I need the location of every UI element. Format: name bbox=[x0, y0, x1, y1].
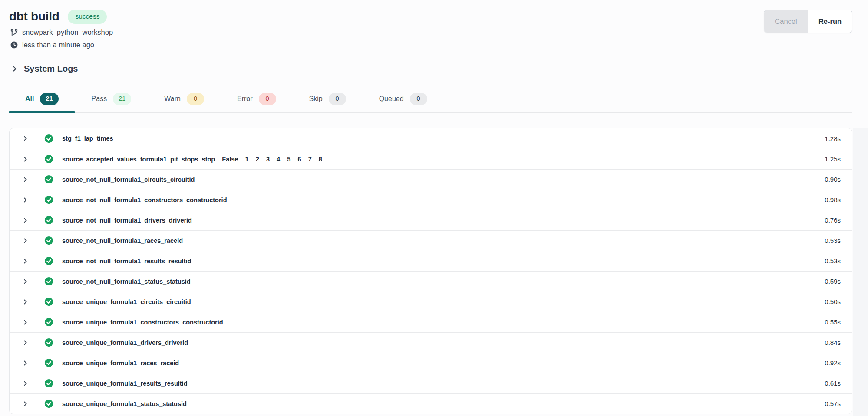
chevron-right-icon bbox=[22, 360, 29, 367]
result-name: source_not_null_formula1_circuits_circui… bbox=[62, 176, 825, 183]
chevron-right-icon bbox=[11, 65, 18, 72]
tab-all[interactable]: All 21 bbox=[9, 90, 75, 112]
result-duration: 1.25s bbox=[825, 155, 841, 163]
system-logs-toggle[interactable]: System Logs bbox=[11, 64, 78, 74]
tab-pass[interactable]: Pass 21 bbox=[75, 90, 148, 112]
tab-count-badge: 21 bbox=[40, 93, 58, 105]
chevron-right-icon bbox=[22, 176, 29, 183]
system-logs-label: System Logs bbox=[24, 64, 78, 74]
table-row[interactable]: source_not_null_formula1_status_statusid… bbox=[10, 271, 852, 292]
result-duration: 0.92s bbox=[825, 359, 841, 367]
check-circle-icon bbox=[44, 216, 53, 225]
check-circle-icon bbox=[44, 195, 53, 204]
cancel-button[interactable]: Cancel bbox=[764, 10, 808, 33]
tab-label: Warn bbox=[164, 95, 181, 103]
result-name: source_not_null_formula1_drivers_driveri… bbox=[62, 217, 825, 224]
page-title: dbt build bbox=[9, 10, 59, 23]
result-duration: 0.53s bbox=[825, 257, 841, 265]
run-header-info: dbt build success snowpark_python_worksh… bbox=[9, 10, 113, 49]
tab-count-badge: 0 bbox=[329, 93, 346, 105]
table-row[interactable]: source_not_null_formula1_drivers_driveri… bbox=[10, 210, 852, 230]
chevron-right-icon bbox=[22, 237, 29, 244]
table-row[interactable]: source_not_null_formula1_results_resulti… bbox=[10, 251, 852, 271]
results-list: stg_f1_lap_times 1.28s source_accepted_v… bbox=[9, 128, 852, 414]
table-row[interactable]: source_unique_formula1_circuits_circuiti… bbox=[10, 292, 852, 312]
check-circle-icon bbox=[44, 154, 53, 164]
check-circle-icon bbox=[44, 318, 53, 327]
git-branch-icon bbox=[10, 28, 18, 36]
run-actions: Cancel Re-run bbox=[764, 10, 852, 33]
result-duration: 0.53s bbox=[825, 237, 841, 244]
result-duration: 0.90s bbox=[825, 176, 841, 183]
chevron-right-icon bbox=[22, 156, 29, 163]
result-name: source_unique_formula1_results_resultid bbox=[62, 380, 825, 387]
check-circle-icon bbox=[44, 134, 53, 143]
table-row[interactable]: source_unique_formula1_status_statusid 0… bbox=[10, 393, 852, 414]
result-name: source_accepted_values_formula1_pit_stop… bbox=[62, 156, 825, 163]
last-run-time: less than a minute ago bbox=[22, 41, 94, 49]
result-name: source_unique_formula1_circuits_circuiti… bbox=[62, 298, 825, 305]
time-row: less than a minute ago bbox=[10, 41, 113, 49]
result-duration: 0.76s bbox=[825, 216, 841, 224]
table-row[interactable]: source_unique_formula1_races_raceid 0.92… bbox=[10, 353, 852, 373]
result-name: source_not_null_formula1_constructors_co… bbox=[62, 197, 825, 203]
tab-warn[interactable]: Warn 0 bbox=[148, 90, 221, 112]
result-name: source_unique_formula1_races_raceid bbox=[62, 360, 825, 367]
result-duration: 0.50s bbox=[825, 298, 841, 305]
tab-count-badge: 0 bbox=[187, 93, 204, 105]
table-row[interactable]: source_unique_formula1_results_resultid … bbox=[10, 373, 852, 393]
chevron-right-icon bbox=[22, 380, 29, 387]
result-name: source_not_null_formula1_status_statusid bbox=[62, 278, 825, 285]
tab-error[interactable]: Error 0 bbox=[221, 90, 293, 112]
run-detail-page: dbt build success snowpark_python_worksh… bbox=[0, 0, 868, 416]
table-row[interactable]: source_not_null_formula1_circuits_circui… bbox=[10, 169, 852, 190]
check-circle-icon bbox=[44, 399, 53, 408]
chevron-right-icon bbox=[22, 339, 29, 346]
result-duration: 0.98s bbox=[825, 196, 841, 203]
check-circle-icon bbox=[44, 379, 53, 388]
check-circle-icon bbox=[44, 256, 53, 265]
tab-count-badge: 21 bbox=[113, 93, 131, 105]
branch-name: snowpark_python_workshop bbox=[22, 28, 113, 36]
chevron-right-icon bbox=[22, 197, 29, 203]
tab-count-badge: 0 bbox=[410, 93, 427, 105]
scrollbar-track[interactable] bbox=[853, 128, 868, 416]
check-circle-icon bbox=[44, 175, 53, 184]
tab-skip[interactable]: Skip 0 bbox=[293, 90, 363, 112]
result-duration: 0.57s bbox=[825, 400, 841, 407]
result-duration: 0.55s bbox=[825, 318, 841, 326]
result-name: source_not_null_formula1_results_resulti… bbox=[62, 258, 825, 265]
result-name: source_unique_formula1_constructors_cons… bbox=[62, 319, 825, 326]
chevron-right-icon bbox=[22, 278, 29, 285]
rerun-button[interactable]: Re-run bbox=[808, 10, 852, 33]
branch-row: snowpark_python_workshop bbox=[10, 28, 113, 36]
clock-icon bbox=[10, 41, 18, 49]
tab-label: Queued bbox=[379, 95, 404, 103]
table-row[interactable]: source_unique_formula1_drivers_driverid … bbox=[10, 332, 852, 353]
table-row[interactable]: source_not_null_formula1_constructors_co… bbox=[10, 190, 852, 210]
result-duration: 1.28s bbox=[825, 135, 841, 142]
check-circle-icon bbox=[44, 297, 53, 306]
tab-label: Pass bbox=[92, 95, 107, 103]
result-name: source_not_null_formula1_races_raceid bbox=[62, 237, 825, 244]
table-row[interactable]: source_not_null_formula1_races_raceid 0.… bbox=[10, 230, 852, 251]
result-duration: 0.61s bbox=[825, 380, 841, 387]
check-circle-icon bbox=[44, 338, 53, 347]
check-circle-icon bbox=[44, 277, 53, 286]
result-filter-tabs: All 21 Pass 21 Warn 0 Error 0 Skip 0 Que… bbox=[9, 90, 852, 113]
result-duration: 0.59s bbox=[825, 278, 841, 285]
tab-count-badge: 0 bbox=[259, 93, 276, 105]
table-row[interactable]: source_unique_formula1_constructors_cons… bbox=[10, 312, 852, 332]
table-row[interactable]: stg_f1_lap_times 1.28s bbox=[10, 128, 852, 149]
check-circle-icon bbox=[44, 236, 53, 245]
chevron-right-icon bbox=[22, 258, 29, 265]
tab-label: Error bbox=[237, 95, 253, 103]
tab-label: All bbox=[25, 95, 34, 103]
run-header: dbt build success snowpark_python_worksh… bbox=[0, 0, 868, 49]
chevron-right-icon bbox=[22, 217, 29, 224]
status-badge: success bbox=[68, 10, 107, 24]
table-row[interactable]: source_accepted_values_formula1_pit_stop… bbox=[10, 149, 852, 169]
tab-queued[interactable]: Queued 0 bbox=[363, 90, 444, 112]
chevron-right-icon bbox=[22, 135, 29, 142]
chevron-right-icon bbox=[22, 319, 29, 326]
